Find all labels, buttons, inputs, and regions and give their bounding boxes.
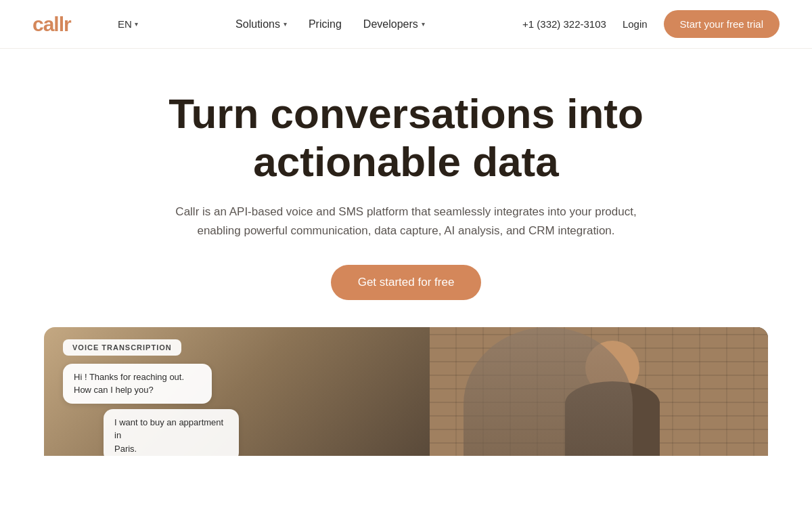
nav-developers-label: Developers [363,18,418,30]
lang-chevron-icon: ▾ [135,20,138,28]
nav-item-developers[interactable]: Developers ▾ [363,18,425,30]
developers-chevron-icon: ▾ [422,20,425,28]
nav-item-solutions[interactable]: Solutions ▾ [235,18,287,30]
demo-overlay: VOICE TRANSCRIPTION Hi ! Thanks for reac… [63,339,239,456]
phone-number: +1 (332) 322-3103 [522,18,606,30]
hero-subtitle: Callr is an API-based voice and SMS plat… [169,203,643,240]
demo-section: VOICE TRANSCRIPTION Hi ! Thanks for reac… [44,327,768,456]
nav-pricing-label: Pricing [309,18,342,30]
main-nav: Solutions ▾ Pricing Developers ▾ [235,18,425,30]
chat-bubble-1: Hi ! Thanks for reaching out. How can I … [63,364,212,404]
svg-text:callr: callr [32,13,72,35]
logo[interactable]: callr [32,12,93,37]
header-left: callr EN ▾ [32,12,138,37]
lang-label: EN [118,18,132,30]
nav-solutions-label: Solutions [235,18,280,30]
voice-transcription-label: VOICE TRANSCRIPTION [63,339,181,356]
login-link[interactable]: Login [623,18,648,30]
chat-bubble-2: I want to buy an appartment in Paris. [104,409,239,456]
start-trial-button[interactable]: Start your free trial [664,10,780,38]
hero-section: Turn conversations into actionable data … [0,49,812,327]
header-right: +1 (332) 322-3103 Login Start your free … [522,10,780,38]
lang-selector[interactable]: EN ▾ [118,18,138,30]
header: callr EN ▾ Solutions ▾ Pricing Developer… [0,0,812,49]
solutions-chevron-icon: ▾ [284,20,287,28]
nav-item-pricing[interactable]: Pricing [309,18,342,30]
person-image [511,327,714,456]
hero-title: Turn conversations into actionable data [142,89,670,186]
brick-wall-bg [430,327,768,456]
get-started-button[interactable]: Get started for free [331,265,482,300]
person-body [565,381,660,456]
